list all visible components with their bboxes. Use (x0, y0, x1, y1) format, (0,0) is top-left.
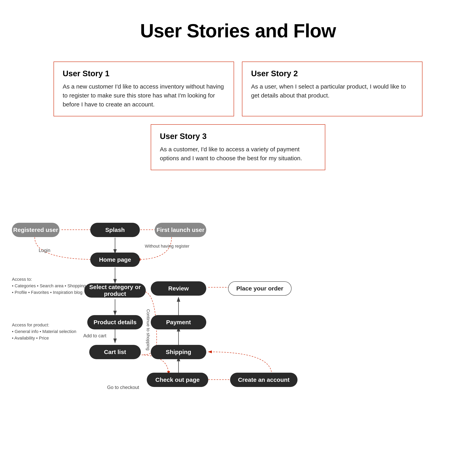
node-checkout: Check out page (147, 373, 208, 387)
node-place-order: Place your order (228, 281, 292, 296)
label-add-to-cart: Add to cart (83, 333, 106, 338)
node-shipping: Shipping (151, 345, 206, 359)
user-stories-row-2: User Story 3 As a customer, I'd like to … (50, 120, 426, 174)
story-card-3: User Story 3 As a customer, I'd like to … (151, 124, 325, 170)
node-cart-list: Cart list (89, 345, 141, 359)
story-2-title: User Story 2 (251, 69, 413, 78)
story-2-text: As a user, when I select a particular pr… (251, 82, 413, 100)
label-without-register: Without having register (145, 244, 189, 249)
user-stories-row-1: User Story 1 As a new customer I'd like … (50, 58, 426, 120)
node-home-page: Home page (90, 253, 140, 267)
label-access-product: Access for product: • General info • Mat… (12, 315, 76, 341)
node-payment: Payment (151, 315, 206, 329)
story-1-title: User Story 1 (63, 69, 225, 78)
node-registered-user: Registered user (12, 223, 60, 237)
node-review: Review (151, 281, 206, 296)
story-1-text: As a new customer I'd like to access inv… (63, 82, 225, 109)
label-continue-shopping: Continue to shopping (146, 309, 151, 350)
node-create-account: Create an account (230, 373, 297, 387)
story-card-2: User Story 2 As a user, when I select a … (242, 62, 423, 116)
story-3-text: As a customer, I'd like to access a vari… (160, 145, 316, 163)
label-login: Login (39, 248, 50, 253)
node-product-details: Product details (87, 315, 143, 329)
node-splash: Splash (90, 223, 140, 237)
label-go-to-checkout: Go to checkout (107, 385, 139, 390)
label-access-to: Access to: • Categories • Search area • … (12, 269, 94, 296)
story-card-1: User Story 1 As a new customer I'd like … (53, 62, 234, 116)
flow-diagram: Registered user Splash First launch user… (0, 186, 476, 440)
flow-arrows-svg (0, 186, 476, 440)
story-3-title: User Story 3 (160, 132, 316, 141)
node-first-launch: First launch user (155, 223, 206, 237)
page-title: User Stories and Flow (0, 0, 476, 58)
node-select-category: Select category or product (84, 283, 146, 298)
